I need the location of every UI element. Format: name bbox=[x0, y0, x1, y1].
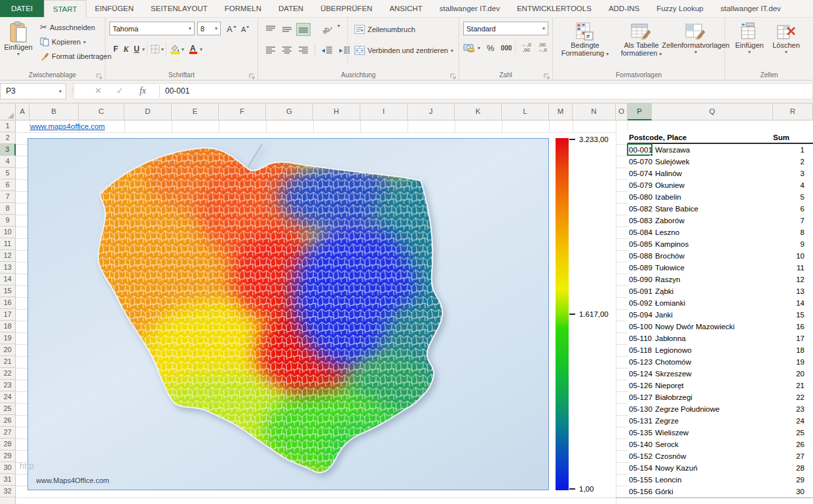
cell-place-26[interactable]: Serock bbox=[655, 439, 772, 450]
cell-postcode-05-070[interactable]: 05-070 bbox=[629, 156, 652, 168]
copy-button[interactable]: Kopieren ▾ bbox=[38, 37, 113, 47]
align-left-button[interactable] bbox=[263, 44, 278, 57]
row-header-14[interactable]: 14 bbox=[0, 274, 16, 285]
ribbon-tab-seitenlayout-3[interactable]: SEITENLAYOUT bbox=[142, 0, 216, 17]
delete-cells-button[interactable]: Löschen ▾ bbox=[768, 19, 804, 55]
shrink-font-button[interactable]: A bbox=[239, 22, 251, 35]
cell-postcode-05-094[interactable]: 05-094 bbox=[629, 309, 652, 321]
cell-sum-30[interactable]: 30 bbox=[773, 486, 804, 497]
cell-postcode-05-155[interactable]: 05-155 bbox=[629, 474, 652, 486]
cell-sum-23[interactable]: 23 bbox=[773, 403, 804, 415]
row-header-22[interactable]: 22 bbox=[0, 368, 16, 380]
ribbon-tab-einf-gen-2[interactable]: EINFÜGEN bbox=[86, 0, 142, 17]
cell-postcode-05-140[interactable]: 05-140 bbox=[629, 439, 652, 450]
cell-place-15[interactable]: Janki bbox=[655, 309, 772, 321]
row-header-10[interactable]: 10 bbox=[0, 226, 16, 238]
row-header-26[interactable]: 26 bbox=[0, 415, 16, 427]
column-header-H[interactable]: H bbox=[313, 103, 360, 120]
cell-place-4[interactable]: Okuniew bbox=[655, 179, 772, 191]
cell-sum-29[interactable]: 29 bbox=[773, 474, 804, 486]
poland-map-chart[interactable]: www.Maps4Office.com bbox=[28, 138, 549, 490]
cell-place-6[interactable]: Stare Babice bbox=[655, 203, 772, 215]
cell-place-16[interactable]: Nowy Dwór Mazowiecki bbox=[655, 321, 772, 333]
column-header-K[interactable]: K bbox=[455, 103, 502, 120]
name-box-dropdown-arrow[interactable]: ▾ bbox=[59, 84, 62, 99]
cell-place-29[interactable]: Leoncin bbox=[655, 474, 772, 486]
cell-sum-7[interactable]: 7 bbox=[773, 215, 804, 226]
cell-sum-9[interactable]: 9 bbox=[773, 238, 804, 250]
decrease-indent-button[interactable] bbox=[319, 44, 335, 57]
orientation-button[interactable]: ab bbox=[320, 23, 335, 36]
row-header-25[interactable]: 25 bbox=[0, 403, 16, 415]
cell-sum-25[interactable]: 25 bbox=[773, 427, 804, 439]
cell-place-12[interactable]: Raszyn bbox=[655, 274, 772, 285]
cell-place-19[interactable]: Chotomów bbox=[655, 356, 772, 368]
ribbon-tab-entwicklertools-9[interactable]: ENTWICKLERTOOLS bbox=[508, 0, 600, 17]
cell-place-28[interactable]: Nowy Kazuń bbox=[655, 462, 772, 474]
underline-dropdown-arrow[interactable]: ▾ bbox=[142, 46, 145, 52]
cell-sum-10[interactable]: 10 bbox=[773, 250, 804, 262]
cell-postcode-05-085[interactable]: 05-085 bbox=[629, 238, 652, 250]
cell-sum-5[interactable]: 5 bbox=[773, 191, 804, 203]
cell-sum-14[interactable]: 14 bbox=[773, 297, 804, 309]
row-header-23[interactable]: 23 bbox=[0, 380, 16, 391]
cell-place-25[interactable]: Wieliszew bbox=[655, 427, 772, 439]
row-header-32[interactable]: 32 bbox=[0, 486, 16, 497]
row-header-17[interactable]: 17 bbox=[0, 309, 16, 321]
cell-sum-16[interactable]: 16 bbox=[773, 321, 804, 333]
accounting-dropdown-arrow[interactable]: ▾ bbox=[478, 45, 480, 51]
comma-style-button[interactable]: 000 bbox=[501, 45, 512, 52]
row-header-21[interactable]: 21 bbox=[0, 356, 16, 368]
insert-function-icon[interactable]: fx bbox=[133, 83, 153, 99]
row-header-18[interactable]: 18 bbox=[0, 321, 16, 333]
cell-place-22[interactable]: Białobrzegi bbox=[655, 391, 772, 403]
row-header-15[interactable]: 15 bbox=[0, 285, 16, 297]
format-painter-button[interactable]: Format übertragen bbox=[38, 51, 113, 62]
column-header-M[interactable]: M bbox=[549, 103, 573, 120]
merge-dropdown-arrow[interactable]: ▾ bbox=[451, 48, 453, 54]
cell-place-17[interactable]: Jabłonna bbox=[655, 333, 772, 344]
paste-dropdown-arrow[interactable]: ▾ bbox=[17, 51, 20, 57]
font-size-select[interactable]: 8 ▾ bbox=[197, 22, 221, 35]
borders-button[interactable] bbox=[149, 45, 161, 54]
cell-sum-22[interactable]: 22 bbox=[773, 391, 804, 403]
cell-postcode-05-091[interactable]: 05-091 bbox=[629, 285, 652, 297]
cell-postcode-05-079[interactable]: 05-079 bbox=[629, 179, 652, 191]
cell-postcode-05-124[interactable]: 05-124 bbox=[629, 368, 652, 380]
row-header-8[interactable]: 8 bbox=[0, 203, 16, 215]
underline-button[interactable]: U bbox=[131, 45, 142, 54]
row-header-30[interactable]: 30 bbox=[0, 462, 16, 474]
cell-sum-21[interactable]: 21 bbox=[773, 380, 804, 391]
cell-postcode-05-090[interactable]: 05-090 bbox=[629, 274, 652, 285]
cell-place-9[interactable]: Kampinos bbox=[655, 238, 772, 250]
row-header-1[interactable]: 1 bbox=[0, 120, 16, 132]
font-name-select[interactable]: Tahoma ▾ bbox=[109, 22, 195, 35]
column-header-G[interactable]: G bbox=[266, 103, 313, 120]
increase-decimal-button[interactable]: ←,0 ,00 bbox=[519, 43, 533, 53]
align-middle-button[interactable] bbox=[280, 23, 294, 36]
cell-postcode-05-118[interactable]: 05-118 bbox=[629, 344, 652, 356]
ribbon-tab-ansicht-7[interactable]: ANSICHT bbox=[381, 0, 430, 17]
row-header-9[interactable]: 9 bbox=[0, 215, 16, 226]
clipboard-dialog-launcher[interactable] bbox=[96, 71, 103, 78]
cell-sum-11[interactable]: 11 bbox=[773, 262, 804, 274]
cell-sum-15[interactable]: 15 bbox=[773, 309, 804, 321]
cell-place-8[interactable]: Leszno bbox=[655, 226, 772, 238]
active-cell-selection[interactable] bbox=[627, 143, 652, 156]
paste-button[interactable]: Einfügen ▾ bbox=[1, 19, 35, 57]
fill-color-button[interactable] bbox=[168, 44, 181, 54]
row-header-6[interactable]: 6 bbox=[0, 179, 16, 191]
cell-postcode-05-130[interactable]: 05-130 bbox=[629, 403, 652, 415]
cell-sum-13[interactable]: 13 bbox=[773, 285, 804, 297]
column-header-A[interactable]: A bbox=[16, 103, 29, 120]
row-header-19[interactable]: 19 bbox=[0, 333, 16, 344]
column-header-Q[interactable]: Q bbox=[652, 103, 773, 120]
cell-postcode-05-074[interactable]: 05-074 bbox=[629, 168, 652, 179]
ribbon-tab-start-1[interactable]: START bbox=[44, 0, 86, 18]
cell-sum-3[interactable]: 3 bbox=[773, 168, 804, 179]
column-header-I[interactable]: I bbox=[360, 103, 407, 120]
row-header-2[interactable]: 2 bbox=[0, 132, 16, 144]
column-header-J[interactable]: J bbox=[407, 103, 455, 120]
cell-place-11[interactable]: Tułowice bbox=[655, 262, 772, 274]
cell-place-20[interactable]: Skrzeszew bbox=[655, 368, 772, 380]
